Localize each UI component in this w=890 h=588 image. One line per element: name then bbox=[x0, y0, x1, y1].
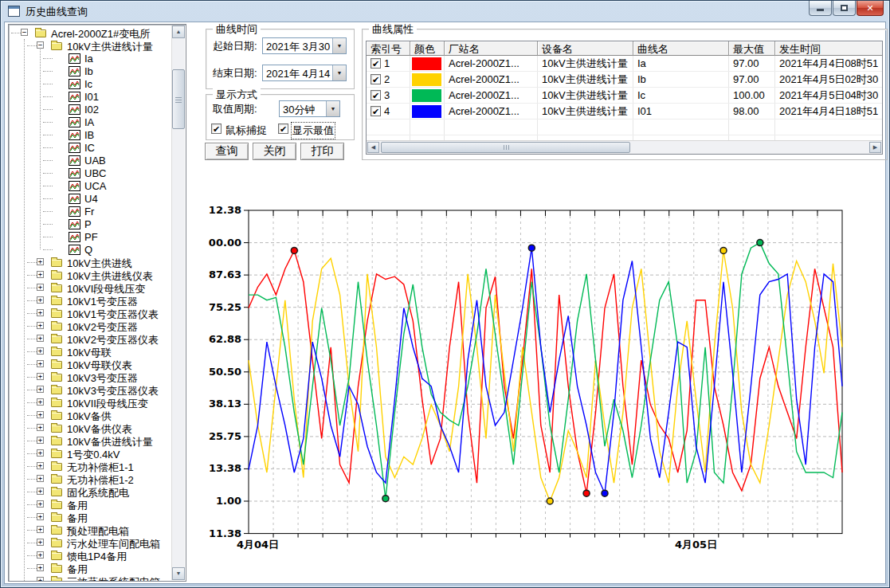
tree-item[interactable]: IA bbox=[9, 116, 171, 128]
scroll-thumb[interactable] bbox=[172, 69, 185, 129]
tree-item[interactable]: I02 bbox=[9, 103, 171, 116]
collapse-icon[interactable]: − bbox=[37, 41, 44, 49]
expand-icon[interactable]: + bbox=[37, 284, 44, 291]
series-visible-checkbox[interactable]: ✔ bbox=[371, 58, 381, 69]
tree-item[interactable]: P bbox=[9, 218, 171, 230]
tree-scrollbar[interactable]: ▲ ▼ bbox=[171, 25, 185, 580]
expand-icon[interactable]: + bbox=[37, 577, 44, 581]
table-row[interactable]: ✔3Acrel-2000Z1...10kV主供进线计量Ic100.002021年… bbox=[367, 88, 882, 104]
expand-icon[interactable]: + bbox=[37, 564, 44, 571]
tree-item[interactable]: +10kV备供进线计量 bbox=[9, 434, 171, 447]
tree-item[interactable]: +10kV主供进线 bbox=[9, 256, 171, 269]
tree-item[interactable]: +预处理配电箱 bbox=[9, 523, 171, 536]
close-button[interactable]: ✕ bbox=[857, 1, 884, 16]
tree-item[interactable]: PF bbox=[9, 230, 171, 243]
expand-icon[interactable]: + bbox=[37, 424, 44, 431]
show-extremes-checkbox[interactable]: ✔ bbox=[278, 123, 288, 134]
expand-icon[interactable]: + bbox=[37, 449, 44, 457]
tree-item[interactable]: IC bbox=[9, 141, 171, 154]
expand-icon[interactable]: + bbox=[37, 500, 44, 508]
tree-item[interactable]: −Acrel-2000Z1#变电所 bbox=[9, 26, 171, 39]
table-row[interactable]: ✔2Acrel-2000Z1...10kV主供进线计量Ib97.002021年4… bbox=[367, 72, 882, 88]
tree-item[interactable]: Ia bbox=[9, 52, 171, 65]
tree-item[interactable]: +10kV2号变压器仪表 bbox=[9, 332, 171, 345]
tree-item[interactable]: +10kV备供 bbox=[9, 409, 171, 421]
tree-item[interactable]: +无功补偿柜1-2 bbox=[9, 472, 171, 485]
tree-item[interactable]: −10kV主供进线计量 bbox=[9, 39, 171, 52]
expand-icon[interactable]: + bbox=[37, 309, 44, 316]
tree-item[interactable]: +备用 bbox=[9, 498, 171, 511]
tree-item[interactable]: UBC bbox=[9, 167, 171, 179]
dropdown-arrow-icon[interactable]: ▼ bbox=[332, 38, 346, 53]
column-header[interactable]: 曲线名 bbox=[633, 41, 729, 56]
tree-item[interactable]: +污水处理车间配电箱 bbox=[9, 536, 171, 549]
tree-item[interactable]: +10kV3号变压器仪表 bbox=[9, 383, 171, 396]
table-hscrollbar[interactable]: ◀ ▶ bbox=[367, 140, 882, 154]
expand-icon[interactable]: + bbox=[37, 551, 44, 559]
mouse-capture-checkbox[interactable]: ✔ bbox=[211, 123, 222, 134]
tree-item[interactable]: UCA bbox=[9, 179, 171, 192]
tree-item[interactable]: +10kV备供仪表 bbox=[9, 421, 171, 434]
query-button[interactable]: 查询 bbox=[205, 143, 249, 160]
tree-item[interactable]: Fr bbox=[9, 205, 171, 218]
table-row[interactable]: ✔1Acrel-2000Z1...10kV主供进线计量Ia97.002021年4… bbox=[367, 56, 882, 72]
tree-item[interactable]: +10kVII段母线压变 bbox=[9, 396, 171, 409]
tree-item[interactable]: +备用 bbox=[9, 511, 171, 523]
expand-icon[interactable]: + bbox=[37, 526, 44, 533]
print-button[interactable]: 打印 bbox=[300, 143, 344, 160]
tree-item[interactable]: +10kV3号变压器 bbox=[9, 370, 171, 383]
expand-icon[interactable]: + bbox=[37, 539, 44, 546]
dropdown-arrow-icon[interactable]: ▼ bbox=[326, 101, 339, 116]
tree-item[interactable]: Q bbox=[9, 243, 171, 256]
tree-item[interactable]: +三效蒸发系统配电箱 bbox=[9, 574, 171, 581]
tree-item[interactable]: +10kV主供进线仪表 bbox=[9, 269, 171, 281]
close-dialog-button[interactable]: 关闭 bbox=[253, 143, 296, 160]
expand-icon[interactable]: + bbox=[37, 462, 44, 469]
tree-item[interactable]: +1号变0.4kV bbox=[9, 447, 171, 460]
maximize-button[interactable] bbox=[833, 1, 856, 16]
end-date-select[interactable]: 2021年 4月14 ▼ bbox=[262, 65, 347, 81]
series-visible-checkbox[interactable]: ✔ bbox=[371, 90, 381, 100]
expand-icon[interactable]: + bbox=[37, 513, 44, 520]
tree-item[interactable]: Ib bbox=[9, 65, 171, 77]
column-header[interactable]: 厂站名 bbox=[445, 41, 538, 56]
expand-icon[interactable]: + bbox=[37, 360, 44, 367]
period-select[interactable]: 30分钟 ▼ bbox=[279, 100, 340, 117]
expand-icon[interactable]: + bbox=[37, 347, 44, 355]
expand-icon[interactable]: + bbox=[37, 296, 44, 304]
expand-icon[interactable]: + bbox=[37, 411, 44, 418]
expand-icon[interactable]: + bbox=[37, 322, 44, 329]
column-header[interactable]: 发生时间 bbox=[775, 41, 883, 56]
tree-item[interactable]: +10kVI段母线压变 bbox=[9, 281, 171, 294]
column-header[interactable]: 设备名 bbox=[538, 41, 633, 56]
tree-item[interactable]: IB bbox=[9, 128, 171, 141]
scroll-down-button[interactable]: ▼ bbox=[172, 567, 185, 580]
expand-icon[interactable]: + bbox=[37, 398, 44, 406]
tree-item[interactable]: +10kV2号变压器 bbox=[9, 319, 171, 332]
dropdown-arrow-icon[interactable]: ▼ bbox=[332, 65, 346, 80]
expand-icon[interactable]: + bbox=[37, 258, 44, 265]
tree-item[interactable]: I01 bbox=[9, 90, 171, 103]
tree-item[interactable]: +备用 bbox=[9, 562, 171, 574]
column-header[interactable]: 索引号 bbox=[367, 41, 410, 56]
tree-item[interactable]: +10kV1号变压器仪表 bbox=[9, 307, 171, 319]
tree-item[interactable]: Ic bbox=[9, 77, 171, 90]
column-header[interactable]: 最大值 bbox=[729, 41, 775, 56]
expand-icon[interactable]: + bbox=[37, 373, 44, 380]
tree-item[interactable]: +无功补偿柜1-1 bbox=[9, 460, 171, 472]
expand-icon[interactable]: + bbox=[37, 335, 44, 342]
tree-item[interactable]: +固化系统配电 bbox=[9, 485, 171, 498]
column-header[interactable]: 颜色 bbox=[410, 41, 445, 56]
series-visible-checkbox[interactable]: ✔ bbox=[371, 74, 381, 84]
scroll-up-button[interactable]: ▲ bbox=[172, 25, 185, 38]
expand-icon[interactable]: + bbox=[37, 386, 44, 393]
tree-item[interactable]: +10kV母联仪表 bbox=[9, 358, 171, 370]
tree-item[interactable]: +10kV1号变压器 bbox=[9, 294, 171, 307]
table-row[interactable]: ✔4Acrel-2000Z1...10kV主供进线计量I0198.002021年… bbox=[367, 104, 882, 120]
expand-icon[interactable]: + bbox=[37, 437, 44, 444]
expand-icon[interactable]: + bbox=[37, 271, 44, 278]
expand-icon[interactable]: + bbox=[37, 488, 44, 495]
scroll-left-button[interactable]: ◀ bbox=[367, 142, 379, 153]
expand-icon[interactable]: + bbox=[37, 475, 44, 482]
tree-item[interactable]: U4 bbox=[9, 192, 171, 205]
